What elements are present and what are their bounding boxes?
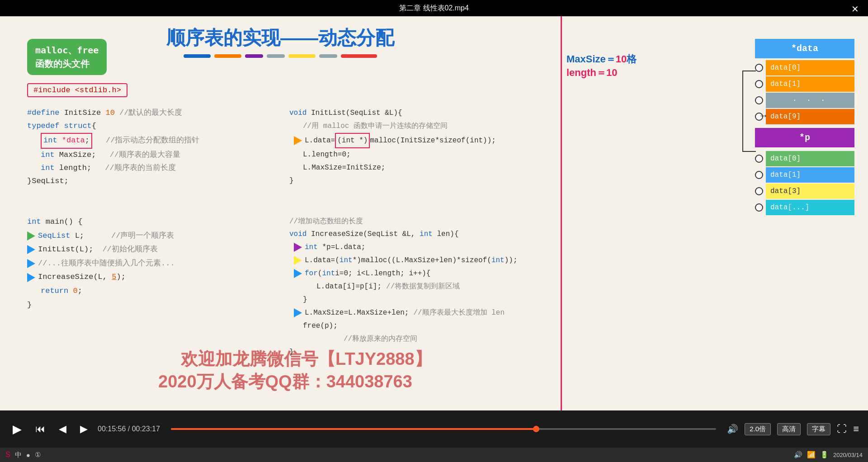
code-typedef: typedef struct{	[27, 120, 280, 133]
main-code-block: int main() { SeqList L; //声明一个顺序表 InitLi…	[27, 215, 175, 312]
code-p-assign: int *p=L.data;	[289, 240, 561, 254]
taskbar-right: 🔊 📶 🔋 2020/03/14	[794, 451, 863, 459]
bottom-row-2: data[3]	[755, 184, 854, 199]
code-init-end: }	[289, 174, 561, 188]
arrow-blue-2	[27, 259, 35, 268]
code-for-loop: for(int i=0; i<L.length; i++){	[289, 267, 561, 280]
arrow-blue-3	[27, 273, 35, 282]
taskbar-left: S 中 ● ①	[5, 451, 41, 459]
code-increase-comment: //增加动态数组的长度	[289, 215, 561, 228]
color-bar-2	[214, 54, 241, 58]
code-increasesize: IncreaseSize(L, 5);	[27, 270, 175, 284]
volume-button[interactable]: 🔊	[727, 424, 738, 434]
code-seqlist-decl: SeqList L; //声明一个顺序表	[27, 229, 175, 243]
speed-button[interactable]: 2.0倍	[745, 423, 771, 435]
array-row-0: data[0]	[755, 60, 854, 75]
code-main-end: }	[27, 298, 175, 312]
cell-dots: · · ·	[766, 93, 854, 108]
color-bar-3	[245, 54, 263, 58]
code-initlist-sig: void InitList(SeqList &L){	[289, 107, 561, 120]
sound-icon[interactable]: 🔊	[794, 451, 802, 459]
arrow-purple-1	[294, 243, 302, 252]
array-row-1: data[1]	[755, 76, 854, 92]
code-increase-sig: void IncreaseSize(SeqList &L, int len){	[289, 228, 561, 240]
bottom-row-1: data[1]	[755, 167, 854, 183]
code-maxsize-update: L.MaxSize=L.MaxSize+len; //顺序表最大长度增加 len	[289, 306, 561, 319]
p-row: *p	[755, 128, 854, 147]
right-code-bottom: //增加动态数组的长度 void IncreaseSize(SeqList &L…	[289, 215, 561, 358]
arrow-blue-4	[294, 269, 302, 278]
prev-button[interactable]: ⏮	[32, 421, 49, 437]
color-bar-5	[288, 54, 316, 58]
top-data-array: *data data[0] data[1] · · · data[9]	[755, 39, 854, 216]
array-row-dots: · · ·	[755, 93, 854, 108]
arrow-blue-1	[27, 245, 35, 254]
malloc-badge: malloc、free 函数的头文件	[27, 39, 107, 75]
taskbar-icon-2[interactable]: ●	[26, 451, 30, 459]
code-length-field: int length; //顺序表的当前长度	[27, 162, 280, 175]
arrow-right: →	[759, 110, 769, 122]
time-display: 00:15:56 / 00:23:17	[98, 425, 160, 433]
close-button[interactable]: ✕	[851, 4, 859, 14]
arrow-yellow-1	[294, 256, 302, 265]
color-bar-6	[319, 54, 337, 58]
code-ldata-new: L.data=(int *)malloc((L.MaxSize+len)*siz…	[289, 254, 561, 267]
battery-icon[interactable]: 🔋	[820, 451, 829, 459]
network-icon[interactable]: 📶	[807, 451, 816, 459]
datetime-display: 2020/03/14	[833, 452, 863, 458]
bottom-row-3: data[...]	[755, 200, 854, 215]
dot-dots	[755, 96, 763, 104]
next-frame-button[interactable]: ▶	[76, 421, 91, 437]
bottom-dot-3	[755, 203, 763, 212]
code-return: return 0;	[27, 284, 175, 298]
start-icon[interactable]: S	[5, 451, 10, 459]
diagram-panel: MaxSize＝10格 length＝10 *data data[0] data…	[561, 16, 868, 425]
progress-dot	[533, 426, 539, 432]
dot-1	[755, 80, 763, 88]
arrow-orange-1	[294, 136, 302, 145]
code-free: free(p);	[289, 319, 561, 332]
code-malloc-comment: //用 malloc 函数申请一片连续的存储空间	[289, 120, 561, 133]
prev-frame-button[interactable]: ◀	[55, 421, 70, 437]
taskbar-icon-3[interactable]: ①	[35, 451, 41, 459]
bottom-row-0: data[0]	[755, 151, 854, 166]
control-bar: ▶ ⏮ ◀ ▶ 00:15:56 / 00:23:17 🔊 2.0倍 高清 字幕	[0, 410, 868, 448]
code-initlist: InitList(L); //初始化顺序表	[27, 243, 175, 257]
right-code-top: void InitList(SeqList &L){ //用 malloc 函数…	[289, 107, 561, 188]
video-title: 第二章 线性表02.mp4	[399, 4, 469, 13]
video-container: 第二章 线性表02.mp4 ✕ 中国大学MOOC 顺序表的实现——动态分配 ma…	[0, 0, 868, 462]
code-data-field: int *data; //指示动态分配数组的指针	[27, 133, 280, 149]
bottom-dot-0	[755, 155, 763, 163]
code-insert-comment: //...往顺序表中随便插入几个元素...	[27, 257, 175, 271]
bottom-cell-0: data[0]	[766, 151, 854, 166]
slide-area: 顺序表的实现——动态分配 malloc、free 函数的头文件 #include…	[0, 16, 561, 425]
bottom-dot-2	[755, 187, 763, 195]
progress-bar[interactable]	[171, 428, 716, 430]
maxsize-label: MaxSize＝10格 length＝10	[566, 52, 637, 80]
cell-1: data[1]	[766, 76, 854, 92]
color-bar-7	[341, 54, 377, 58]
quality-button[interactable]: 高清	[777, 423, 801, 435]
code-define: #define InitSize 10 //默认的最大长度	[27, 107, 280, 120]
progress-fill	[171, 428, 536, 430]
arrow-blue-5	[294, 308, 302, 317]
code-ldata-assign: L.data=(int *)malloc(InitSize*sizeof(int…	[289, 133, 561, 149]
bottom-array: data[0] data[1] data[3] data[...]	[755, 151, 854, 215]
fullscreen-button[interactable]: ⛶	[837, 423, 847, 435]
play-button[interactable]: ▶	[9, 420, 25, 438]
cell-9: data[9]	[766, 109, 854, 124]
code-copy: L.data[i]=p[i]; //将数据复制到新区域	[289, 280, 561, 293]
bottom-cell-2: data[3]	[766, 184, 854, 199]
bottom-dot-1	[755, 171, 763, 179]
taskbar-icon-1[interactable]: 中	[15, 451, 22, 459]
subtitle-button[interactable]: 字幕	[807, 423, 830, 435]
left-code-block: #define InitSize 10 //默认的最大长度 typedef st…	[27, 107, 280, 188]
array-row-9: data[9]	[755, 109, 854, 124]
bottom-cell-3: data[...]	[766, 200, 854, 215]
code-maxsize-field: int MaxSize; //顺序表的最大容量	[27, 149, 280, 162]
code-llength: L.length=0;	[289, 148, 561, 161]
menu-button[interactable]: ≡	[853, 423, 859, 435]
color-bar-1	[184, 54, 211, 58]
system-bar: S 中 ● ① 🔊 📶 🔋 2020/03/14	[0, 448, 868, 462]
top-bar: 第二章 线性表02.mp4 ✕	[0, 0, 868, 16]
